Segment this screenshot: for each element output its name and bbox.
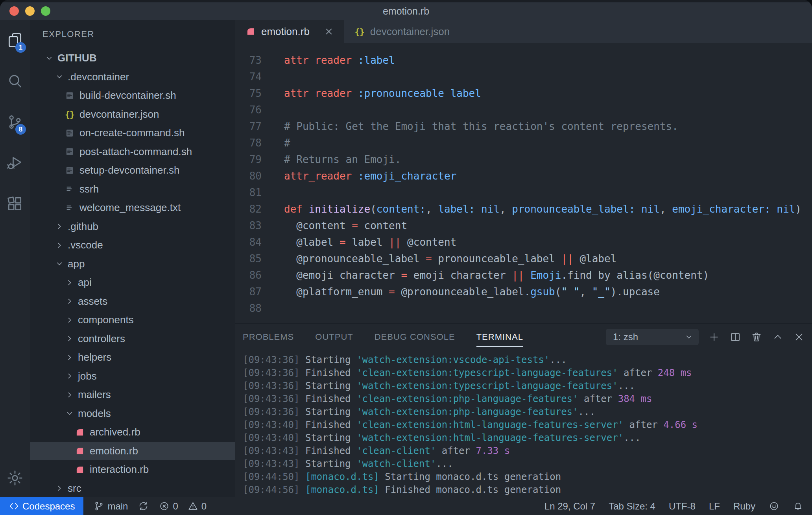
activity-item-search[interactable] (0, 61, 30, 102)
tree-item-api[interactable]: api (30, 273, 235, 292)
tree-item-label: app (68, 258, 85, 270)
status-encoding[interactable]: UTF-8 (669, 497, 696, 515)
tree-item-on-create-command-sh[interactable]: on-create-command.sh (30, 124, 235, 143)
text-file-icon (65, 203, 75, 213)
code-line: 76 (235, 102, 812, 118)
status-codespaces-remote[interactable]: Codespaces (0, 497, 83, 515)
terminal-output[interactable]: [09:43:36] Starting 'watch-extension:vsc… (235, 350, 812, 497)
status-git-branch[interactable]: main (94, 497, 128, 515)
activity-item-source-control[interactable]: 8 (0, 102, 30, 143)
tree-item-label: post-attach-command.sh (79, 146, 192, 158)
editor-tab-bar: emotion.rb{}devcontainer.json (235, 20, 812, 43)
terminal-line: [09:44:56] [monaco.d.ts] Finished monaco… (243, 484, 812, 496)
tree-item-label: src (68, 482, 81, 495)
new-terminal-button[interactable] (708, 331, 720, 343)
tree-item-models[interactable]: models (30, 404, 235, 423)
status-indentation[interactable]: Tab Size: 4 (609, 497, 655, 515)
bottom-panel: PROBLEMSOUTPUTDEBUG CONSOLETERMINAL 1: z… (235, 323, 812, 497)
terminal-line: [09:43:36] Finished 'clean-extension:php… (243, 393, 812, 406)
tree-item-jobs[interactable]: jobs (30, 367, 235, 386)
close-icon (793, 331, 805, 343)
tree-item-label: setup-devcontainer.sh (79, 164, 179, 176)
terminal-selector[interactable]: 1: zsh (606, 329, 699, 345)
tree-item-label: .github (68, 220, 98, 233)
split-terminal-button[interactable] (729, 331, 741, 343)
status-problems[interactable]: 00 (159, 497, 207, 515)
panel-tab-debug-console[interactable]: DEBUG CONSOLE (375, 324, 455, 350)
tree-item-github[interactable]: .github (30, 217, 235, 236)
error-icon (159, 501, 170, 511)
close-panel-button[interactable] (793, 331, 805, 343)
codespaces-icon (9, 501, 19, 511)
panel-tab-terminal[interactable]: TERMINAL (476, 324, 523, 350)
line-number: 74 (235, 69, 284, 85)
tree-item-controllers[interactable]: controllers (30, 330, 235, 348)
activity-item-extensions[interactable] (0, 183, 30, 224)
tree-item-devcontainer-json[interactable]: {}devcontainer.json (30, 105, 235, 124)
editor-tab-devcontainer-json[interactable]: {}devcontainer.json (344, 20, 460, 43)
activity-item-explorer[interactable]: 1 (0, 20, 30, 61)
tree-item-label: models (78, 408, 111, 420)
code-line: 74 (235, 69, 812, 85)
status-cursor-position[interactable]: Ln 29, Col 7 (544, 497, 595, 515)
vscode-window: { "window": { "title": "emotion.rb" }, "… (0, 0, 812, 515)
git-branch-icon (94, 501, 104, 511)
line-number: 83 (235, 217, 284, 234)
tree-item-assets[interactable]: assets (30, 292, 235, 311)
bell-icon (793, 501, 803, 511)
gear-icon (6, 469, 24, 487)
code-line: 86 @emoji_character = emoji_character ||… (235, 267, 812, 283)
status-eol[interactable]: LF (709, 497, 720, 515)
tree-item-label: build-devcontainer.sh (79, 89, 176, 102)
sidebar-title: EXPLORER (30, 20, 235, 49)
line-number: 84 (235, 234, 284, 250)
split-icon (729, 331, 741, 343)
tree-item-build-devcontainer-sh[interactable]: build-devcontainer.sh (30, 86, 235, 105)
tree-item-ssrh[interactable]: ssrh (30, 180, 235, 199)
line-number: 82 (235, 201, 284, 217)
maximize-panel-button[interactable] (772, 331, 784, 343)
tree-item-post-attach-command-sh[interactable]: post-attach-command.sh (30, 143, 235, 161)
tree-item-archived-rb[interactable]: archived.rb (30, 423, 235, 442)
line-number: 78 (235, 135, 284, 151)
explorer-sidebar: EXPLORER GITHUB.devcontainerbuild-devcon… (30, 20, 235, 497)
line-number: 73 (235, 52, 284, 69)
tree-item-interaction-rb[interactable]: interaction.rb (30, 460, 235, 479)
activity-item-settings[interactable] (0, 459, 30, 497)
status-notifications[interactable] (793, 497, 803, 515)
shell-file-icon (65, 128, 75, 138)
close-icon[interactable] (324, 26, 334, 37)
panel-tab-output[interactable]: OUTPUT (315, 324, 353, 350)
status-sync[interactable] (138, 497, 149, 515)
tree-item-src[interactable]: src (30, 479, 235, 497)
smiley-icon (769, 501, 779, 511)
line-number: 76 (235, 102, 284, 118)
code-line: 77# Public: Get the Emoji that this reac… (235, 118, 812, 135)
panel-header: PROBLEMSOUTPUTDEBUG CONSOLETERMINAL 1: z… (235, 324, 812, 350)
status-feedback[interactable] (769, 497, 779, 515)
line-number: 85 (235, 250, 284, 267)
tree-item-label: ssrh (79, 183, 99, 195)
tree-item-mailers[interactable]: mailers (30, 385, 235, 404)
panel-tab-problems[interactable]: PROBLEMS (243, 324, 294, 350)
tree-item-welcome-message-txt[interactable]: welcome_message.txt (30, 198, 235, 217)
code-editor[interactable]: 73attr_reader :label7475attr_reader :pro… (235, 43, 812, 323)
shell-file-icon (65, 91, 75, 101)
tree-item-emotion-rb[interactable]: emotion.rb (30, 442, 235, 461)
status-language-mode[interactable]: Ruby (733, 497, 755, 515)
badge: 1 (15, 42, 26, 53)
file-tree: GITHUB.devcontainerbuild-devcontainer.sh… (30, 49, 235, 497)
tree-item-components[interactable]: components (30, 311, 235, 330)
activity-item-run-and-debug[interactable] (0, 143, 30, 183)
tree-item-devcontainer[interactable]: .devcontainer (30, 68, 235, 87)
kill-terminal-button[interactable] (751, 331, 762, 343)
chevron-right-icon (65, 352, 75, 363)
code-line: 82def initialize(content:, label: nil, p… (235, 201, 812, 217)
tree-item-setup-devcontainer-sh[interactable]: setup-devcontainer.sh (30, 161, 235, 180)
tree-item-app[interactable]: app (30, 255, 235, 274)
tree-item-helpers[interactable]: helpers (30, 348, 235, 367)
tree-item-github[interactable]: GITHUB (30, 49, 235, 68)
editor-tab-emotion-rb[interactable]: emotion.rb (235, 20, 344, 43)
tree-item-vscode[interactable]: .vscode (30, 236, 235, 255)
activity-bar: 18 (0, 20, 30, 497)
